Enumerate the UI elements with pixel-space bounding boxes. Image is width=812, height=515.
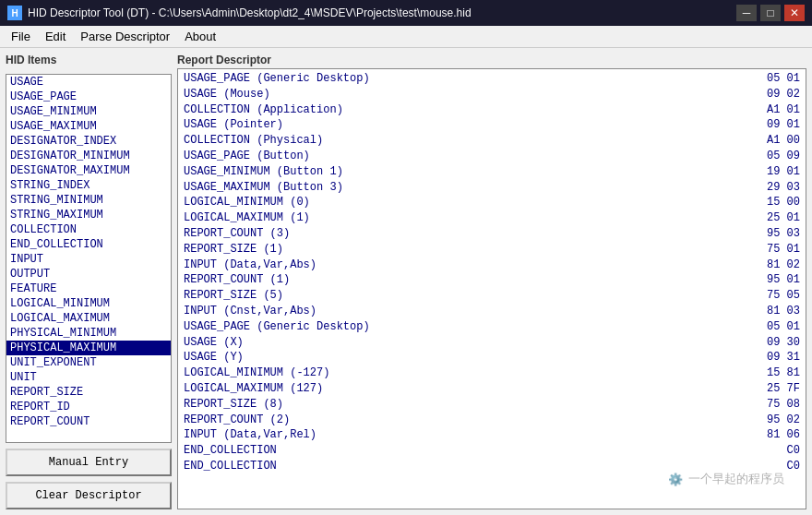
list-item[interactable]: DESIGNATOR_INDEX: [6, 134, 171, 149]
manual-entry-button[interactable]: Manual Entry: [6, 449, 172, 476]
list-item[interactable]: PHYSICAL_MAXIMUM: [6, 341, 171, 355]
descriptor-row: USAGE (Y)09 31: [182, 350, 802, 365]
list-item[interactable]: STRING_MAXIMUM: [6, 208, 171, 222]
descriptor-row: REPORT_SIZE (5)75 05: [182, 288, 802, 304]
watermark: ⚙️ 一个早起的程序员: [668, 471, 784, 487]
list-item[interactable]: USAGE_PAGE: [6, 90, 171, 104]
list-item[interactable]: FEATURE: [6, 281, 171, 296]
descriptor-row: LOGICAL_MINIMUM (-127)15 81: [182, 365, 802, 381]
panel-label-report: Report Descriptor: [177, 54, 806, 66]
descriptor-row: LOGICAL_MAXIMUM (127)25 7F: [182, 381, 802, 397]
menu-parse-descriptor[interactable]: Parse Descriptor: [73, 28, 177, 45]
list-item[interactable]: REPORT_SIZE: [6, 385, 171, 400]
descriptor-row: REPORT_COUNT (1)95 01: [182, 272, 802, 288]
list-item[interactable]: COLLECTION: [6, 222, 171, 237]
report-descriptor-area: USAGE_PAGE (Generic Desktop)05 01USAGE (…: [177, 68, 806, 509]
panel-label-hid: HID Items: [6, 54, 172, 66]
menu-about[interactable]: About: [177, 28, 223, 45]
descriptor-row: USAGE (X)09 30: [182, 335, 802, 351]
list-item[interactable]: USAGE: [6, 75, 171, 90]
descriptor-row: INPUT (Data,Var,Abs)81 02: [182, 258, 802, 273]
descriptor-row: REPORT_SIZE (1)75 01: [182, 242, 802, 258]
app-icon: H: [7, 6, 22, 20]
descriptor-row: END_COLLECTIONC0: [182, 443, 802, 459]
hid-items-list[interactable]: USAGEUSAGE_PAGEUSAGE_MINIMUMUSAGE_MAXIMU…: [6, 74, 172, 443]
descriptor-row: INPUT (Cnst,Var,Abs)81 03: [182, 304, 802, 319]
descriptor-row: INPUT (Data,Var,Rel)81 06: [182, 427, 802, 443]
list-item[interactable]: UNIT: [6, 370, 171, 385]
list-item[interactable]: LOGICAL_MINIMUM: [6, 296, 171, 311]
list-item[interactable]: END_COLLECTION: [6, 237, 171, 252]
descriptor-row: USAGE (Pointer)09 01: [182, 117, 802, 133]
watermark-icon: ⚙️: [668, 473, 683, 486]
descriptor-row: COLLECTION (Application)A1 01: [182, 102, 802, 118]
descriptor-row: USAGE_PAGE (Generic Desktop)05 01: [182, 71, 802, 87]
minimize-button[interactable]: ─: [736, 5, 757, 21]
list-item[interactable]: LOGICAL_MAXIMUM: [6, 311, 171, 326]
title-bar: H HID Descriptor Tool (DT) - C:\Users\Ad…: [0, 0, 812, 26]
menu-edit[interactable]: Edit: [38, 28, 73, 45]
descriptor-row: REPORT_SIZE (8)75 08: [182, 397, 802, 413]
list-item[interactable]: PHYSICAL_MINIMUM: [6, 326, 171, 341]
descriptor-row: USAGE_PAGE (Generic Desktop)05 01: [182, 319, 802, 335]
list-item[interactable]: USAGE_MINIMUM: [6, 104, 171, 119]
maximize-button[interactable]: □: [760, 5, 781, 21]
descriptor-row: LOGICAL_MAXIMUM (1)25 01: [182, 210, 802, 226]
menu-bar: File Edit Parse Descriptor About: [0, 26, 812, 48]
descriptor-row: REPORT_COUNT (2)95 02: [182, 413, 802, 428]
watermark-text: 一个早起的程序员: [688, 471, 784, 487]
descriptor-row: USAGE_PAGE (Button)05 09: [182, 149, 802, 164]
descriptor-row: COLLECTION (Physical)A1 00: [182, 133, 802, 149]
list-item[interactable]: INPUT: [6, 252, 171, 267]
clear-descriptor-button[interactable]: Clear Descriptor: [6, 482, 172, 509]
list-item[interactable]: REPORT_COUNT: [6, 414, 171, 429]
list-item[interactable]: DESIGNATOR_MAXIMUM: [6, 163, 171, 178]
list-item[interactable]: OUTPUT: [6, 267, 171, 281]
list-item[interactable]: UNIT_EXPONENT: [6, 355, 171, 370]
window-title: HID Descriptor Tool (DT) - C:\Users\Admi…: [28, 6, 472, 19]
list-item[interactable]: DESIGNATOR_MINIMUM: [6, 149, 171, 163]
list-item[interactable]: USAGE_MAXIMUM: [6, 119, 171, 134]
descriptor-row: USAGE_MINIMUM (Button 1)19 01: [182, 164, 802, 180]
descriptor-row: USAGE (Mouse)09 02: [182, 87, 802, 102]
list-item[interactable]: REPORT_ID: [6, 400, 171, 414]
close-button[interactable]: ✕: [784, 5, 805, 21]
list-item[interactable]: STRING_INDEX: [6, 178, 171, 193]
list-item[interactable]: STRING_MINIMUM: [6, 193, 171, 208]
descriptor-row: REPORT_COUNT (3)95 03: [182, 226, 802, 242]
menu-file[interactable]: File: [4, 28, 38, 45]
descriptor-row: LOGICAL_MINIMUM (0)15 00: [182, 195, 802, 210]
descriptor-row: USAGE_MAXIMUM (Button 3)29 03: [182, 180, 802, 196]
